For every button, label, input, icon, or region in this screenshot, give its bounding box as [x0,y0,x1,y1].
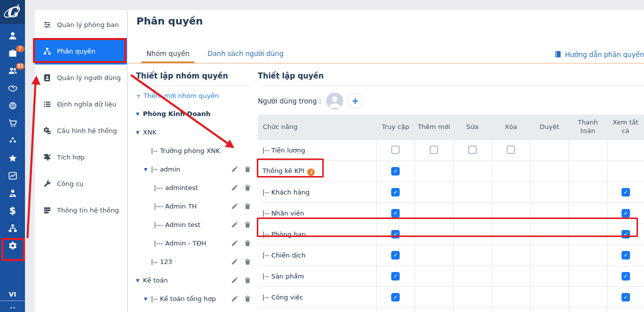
checkbox-checked[interactable]: ✓ [622,251,630,260]
sidebar-item-puzzle[interactable]: Tích hợp [35,144,127,170]
partial-bottom-icon [0,305,25,312]
checkbox-unchecked[interactable] [507,146,515,154]
avatar[interactable] [326,92,343,110]
group-tree-item[interactable]: ▼|-- Kế toán tổng hợp [136,290,253,308]
rail-cart-button[interactable] [0,114,25,132]
group-tree-item[interactable]: ▼Phòng Kinh Doanh [136,104,253,123]
checkbox-checked[interactable]: ✓ [391,188,400,196]
group-tree-item[interactable]: |-- Trưởng phòng XNK [136,142,253,160]
checkbox-checked[interactable]: ✓ [391,251,400,260]
delete-trash-icon[interactable] [244,184,251,192]
sidebar-item-sliders[interactable]: Quản lý phòng ban [35,12,127,38]
checkbox-checked[interactable]: ✓ [391,209,400,218]
tab-0[interactable]: Nhóm quyền [141,46,194,63]
permission-cell [453,182,492,203]
edit-pencil-icon[interactable] [231,221,238,228]
help-link[interactable]: Hướng dẫn phân quyền [554,46,644,63]
group-label[interactable]: |--- Admin TH [154,202,197,210]
rail-gear-button[interactable] [0,237,25,254]
checkbox-unchecked[interactable] [430,146,438,154]
delete-trash-icon[interactable] [244,276,251,284]
language-switcher[interactable]: VI [0,290,25,298]
edit-pencil-icon[interactable] [231,202,238,210]
delete-trash-icon[interactable] [244,240,251,247]
group-tree-item[interactable]: |--- Admin test [136,216,253,234]
checkbox-checked[interactable]: ✓ [622,209,630,218]
sidebar-item-gears[interactable]: Cấu hình hệ thống [35,118,127,144]
group-label[interactable]: |-- admin [151,166,180,173]
add-user-button[interactable]: + [348,94,363,108]
checkbox-checked[interactable]: ✓ [391,272,400,280]
caret-down-icon[interactable]: ▼ [136,278,143,283]
sidebar-item-address-book[interactable]: Quản lý người dùng [35,64,127,91]
rail-cubes-button[interactable] [0,132,25,150]
group-label[interactable]: |--- Admin - TĐH [154,240,206,247]
rail-person-tie-button[interactable] [0,184,25,202]
permission-cell [569,224,607,245]
checkbox-checked[interactable]: ✓ [622,230,630,238]
function-label-cell: |-- Phản hồi [258,308,376,312]
rail-users-button[interactable]: 31 [0,62,25,80]
group-label[interactable]: |--- admintest [154,184,198,192]
permission-cell [569,287,607,308]
delete-trash-icon[interactable] [244,166,251,173]
delete-trash-icon[interactable] [244,221,251,228]
caret-down-icon[interactable]: ▼ [144,167,151,172]
checkbox-unchecked[interactable] [391,146,400,154]
group-tree-item[interactable]: ▼XNK [136,123,253,142]
sidebar-item-wrench[interactable]: Công cụ [35,170,127,197]
function-label-cell: |-- Sản phẩm [258,266,376,287]
rail-handshake-button[interactable] [0,80,25,97]
checkbox-checked[interactable]: ✓ [622,293,630,302]
group-label[interactable]: Phòng Kinh Doanh [143,110,210,118]
caret-down-icon[interactable]: ▼ [136,112,143,116]
checkbox-checked[interactable]: ✓ [391,293,400,302]
app-logo[interactable]: G [0,0,25,24]
checkbox-checked[interactable]: ✓ [622,272,630,280]
help-link-label: Hướng dẫn phân quyền [565,50,644,58]
delete-trash-icon[interactable] [244,295,251,302]
rail-target-button[interactable] [0,97,25,114]
column-header: Thanh toán [569,114,607,140]
group-tree-item[interactable]: |--- admintest [136,178,253,197]
add-group-link[interactable]: + Thêm mới nhóm quyền [136,92,219,100]
rail-dollar-button[interactable]: $ [0,202,25,220]
group-label[interactable]: |-- Kế toán tổng hợp [151,295,216,302]
group-label[interactable]: |--- Admin test [154,221,200,228]
edit-pencil-icon[interactable] [231,184,238,192]
rail-briefcase-button[interactable]: 7 [0,44,25,62]
checkbox-checked[interactable]: ✓ [622,188,630,196]
caret-down-icon[interactable]: ▼ [144,296,151,302]
sidebar-item-server[interactable]: Thông tin hệ thống [35,197,127,224]
caret-down-icon[interactable]: ▼ [136,130,143,135]
group-tree-item[interactable]: ▼|-- admin [136,160,253,178]
rail-chart-button[interactable] [0,167,25,184]
checkbox-checked[interactable]: ✓ [391,230,400,238]
group-tree-item[interactable]: ▼Kế toán [136,271,253,290]
group-tree-item[interactable]: |--- Admin TH [136,197,253,216]
info-icon[interactable]: i [307,168,315,176]
group-label[interactable]: XNK [143,128,156,136]
rail-user-button[interactable] [0,27,25,44]
edit-pencil-icon[interactable] [231,258,238,266]
rail-sitemap-button[interactable] [0,220,25,237]
tab-1[interactable]: Danh sách người dùng [202,46,288,63]
checkbox-unchecked[interactable] [468,146,477,154]
group-label[interactable]: |-- Trưởng phòng XNK [151,147,220,154]
permission-cell [492,161,530,182]
edit-pencil-icon[interactable] [231,166,238,173]
sidebar-item-list[interactable]: Định nghĩa dữ liệu [35,91,127,118]
delete-trash-icon[interactable] [244,202,251,210]
edit-pencil-icon[interactable] [231,295,238,302]
rail-star-button[interactable] [0,150,25,167]
group-label[interactable]: Kế toán [143,276,168,284]
group-label[interactable]: |-- 123 [151,258,172,266]
edit-pencil-icon[interactable] [231,240,238,247]
group-tree-item[interactable]: |--- Admin - TĐH [136,234,253,252]
checkbox-checked[interactable]: ✓ [391,167,400,176]
delete-trash-icon[interactable] [244,258,251,266]
sidebar-item-sitemap[interactable]: Phân quyền [35,38,127,64]
group-tree-item[interactable]: |-- 123 [136,252,253,271]
permission-cell [569,203,607,224]
edit-pencil-icon[interactable] [231,276,238,284]
